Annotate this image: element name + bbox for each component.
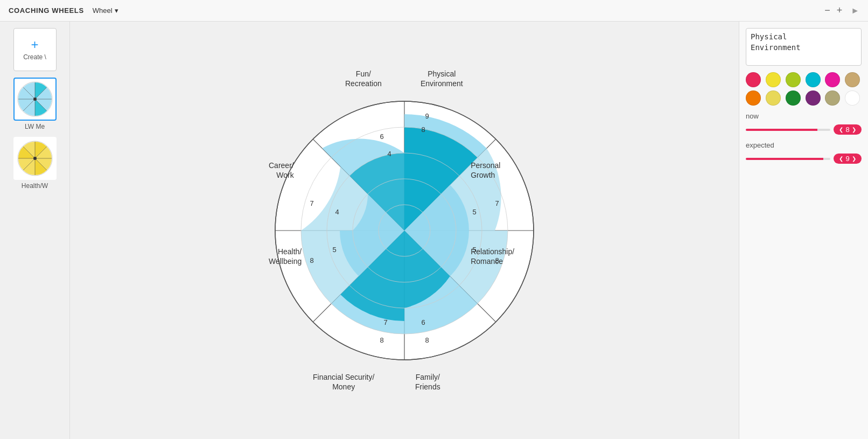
color-swatch-green[interactable] [786,90,801,106]
health-thumbnail[interactable] [13,137,57,180]
svg-text:4: 4 [335,208,339,216]
lw-me-label: LW Me [25,123,45,130]
svg-text:7: 7 [383,318,387,326]
svg-text:4: 4 [387,150,391,158]
label-family-friends: Family/Friends [415,372,440,392]
label-financial-security: Financial Security/Money [313,372,374,392]
svg-text:8: 8 [310,256,313,264]
lw-me-thumbnail[interactable] [13,78,57,121]
svg-text:8: 8 [425,336,429,344]
zoom-controls: − + [824,5,842,16]
label-fun-recreation: Fun/Recreation [345,69,382,88]
now-value: 8 [845,126,849,134]
color-swatch-light-yellow[interactable] [766,90,781,106]
color-swatch-purple[interactable] [806,90,821,106]
create-wheel-button[interactable]: + Create \ [13,28,57,71]
svg-text:8: 8 [380,336,383,344]
now-slider-section: now ❮ 8 ❯ [746,112,862,135]
app-title: COACHING WHEELS [9,6,84,15]
expected-slider-track[interactable] [746,158,830,160]
now-slider-track[interactable] [746,129,830,131]
expected-label: expected [746,141,862,149]
main-content: + Create \ [0,22,868,439]
wheel-container: 9 8 7 5 8 5 8 6 8 7 8 5 7 4 [254,64,555,398]
color-swatch-white[interactable] [845,90,860,106]
sidebar-item-lw-me[interactable]: LW Me [13,78,57,130]
expected-slider-row: ❮ 9 ❯ [746,154,862,164]
coaching-wheel-svg[interactable]: 9 8 7 5 8 5 8 6 8 7 8 5 7 4 [254,64,555,398]
svg-text:6: 6 [421,318,425,326]
svg-point-5 [33,97,37,101]
now-label: now [746,112,862,120]
color-swatch-cyan[interactable] [806,72,821,87]
expected-chevron-left[interactable]: ❮ [839,156,843,162]
label-health-wellbeing: Health/Wellbeing [269,247,302,266]
right-panel: Physical Environment now ❮ 8 [739,22,868,439]
sidebar-item-health[interactable]: Health/W [13,137,57,190]
sidebar: + Create \ [0,22,70,439]
expected-value: 9 [845,155,849,163]
wheel-menu-button[interactable]: Wheel ▾ [93,6,118,15]
label-personal-growth: PersonalGrowth [471,161,500,180]
expected-slider-section: expected ❮ 9 ❯ [746,141,862,164]
label-career-work: Career/Work [269,161,294,180]
svg-text:6: 6 [380,133,383,141]
color-swatch-yellow-green[interactable] [786,72,801,87]
plus-icon: + [31,38,38,51]
now-slider-row: ❮ 8 ❯ [746,124,862,135]
svg-point-11 [33,157,37,160]
color-swatch-magenta[interactable] [825,72,840,87]
expected-slider-badge: ❮ 9 ❯ [834,154,862,164]
create-label: Create \ [23,53,46,61]
svg-text:7: 7 [495,199,499,207]
zoom-out-button[interactable]: − [824,5,830,16]
segment-name-input[interactable]: Physical Environment [746,28,862,66]
color-swatch-tan[interactable] [845,72,860,87]
now-slider-badge: ❮ 8 ❯ [834,124,862,135]
send-button[interactable]: ► [851,6,859,16]
svg-text:9: 9 [425,112,429,120]
topnav: COACHING WHEELS Wheel ▾ − + ► [0,0,868,22]
color-swatch-yellow[interactable] [766,72,781,87]
canvas: 9 8 7 5 8 5 8 6 8 7 8 5 7 4 [70,22,739,439]
now-chevron-left[interactable]: ❮ [839,127,843,133]
svg-text:8: 8 [421,126,425,134]
svg-text:5: 5 [332,246,336,254]
color-palette [746,72,862,106]
svg-text:7: 7 [310,199,313,207]
chevron-down-icon: ▾ [115,6,118,15]
health-label: Health/W [22,182,48,190]
color-swatch-khaki[interactable] [825,90,840,106]
svg-text:5: 5 [472,208,476,216]
color-swatch-orange[interactable] [746,90,761,106]
color-swatch-hot-pink[interactable] [746,72,761,87]
zoom-in-button[interactable]: + [837,5,843,16]
now-chevron-right[interactable]: ❯ [852,127,856,133]
expected-chevron-right[interactable]: ❯ [852,156,856,162]
label-physical-environment: PhysicalEnvironment [421,69,463,88]
label-relationship-romance: Relationship/Romance [471,247,514,266]
